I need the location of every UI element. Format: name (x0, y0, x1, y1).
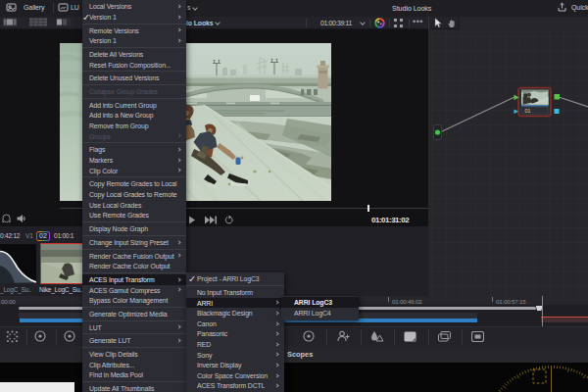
svg-text:01: 01 (525, 108, 531, 114)
